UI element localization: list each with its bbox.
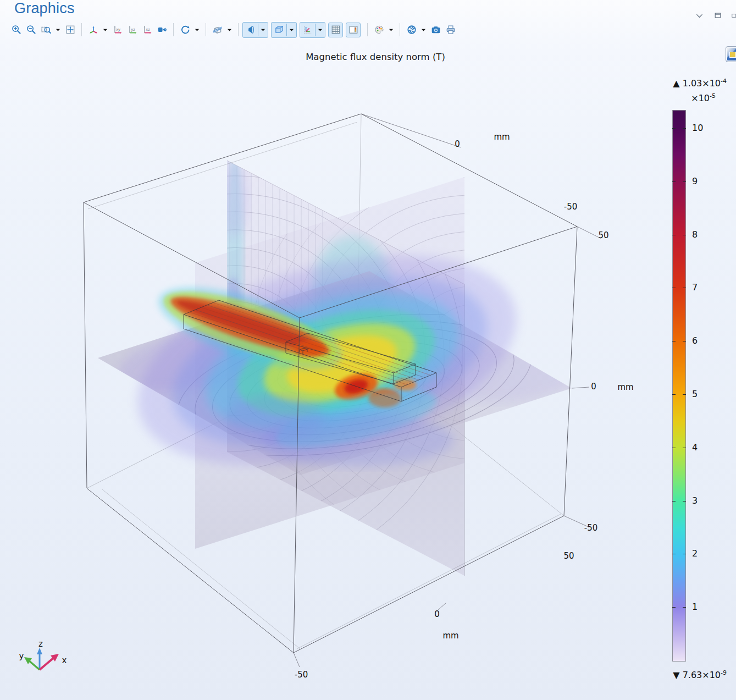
aperture-icon bbox=[407, 25, 417, 35]
legend-scale-factor: ×10-5 bbox=[654, 92, 716, 103]
clip-plane-dropdown[interactable] bbox=[225, 23, 234, 37]
window-icon bbox=[731, 12, 736, 20]
snapshot-dropdown[interactable] bbox=[419, 23, 428, 37]
axis-tick-label: mm bbox=[494, 132, 510, 142]
camera-icon bbox=[431, 25, 441, 35]
colorbar-tick-label: 9 bbox=[692, 176, 698, 186]
go-to-xz-view-button[interactable]: xz bbox=[140, 23, 154, 37]
colorbar-tick-label: 3 bbox=[692, 495, 698, 506]
grid-icon bbox=[331, 25, 341, 35]
chevron-down-icon bbox=[695, 12, 704, 20]
dropdown-caret-icon bbox=[261, 27, 265, 32]
zoom-box-button[interactable] bbox=[38, 23, 53, 37]
plot-title: Magnetic flux density norm (T) bbox=[306, 52, 445, 62]
axis-tick-label: mm bbox=[617, 382, 633, 392]
rotate-button[interactable] bbox=[178, 23, 192, 37]
zoom-out-icon bbox=[26, 25, 36, 35]
graphics-canvas[interactable]: z y x bbox=[0, 0, 736, 700]
colorbar-tick-label: 7 bbox=[692, 282, 698, 293]
print-button[interactable] bbox=[443, 23, 458, 37]
view-projection-button[interactable] bbox=[154, 23, 169, 37]
svg-text:yz: yz bbox=[131, 27, 135, 32]
scene-light-button[interactable] bbox=[243, 23, 258, 37]
axis-tick-label: -50 bbox=[564, 202, 578, 212]
axis-tick-label: 50 bbox=[598, 230, 608, 240]
zoom-extents-icon bbox=[65, 25, 75, 35]
axis-tick-label: -50 bbox=[295, 670, 308, 680]
scene-light-split-button bbox=[242, 22, 268, 38]
rotate-icon bbox=[180, 25, 190, 35]
color-palette-dropdown[interactable] bbox=[386, 23, 396, 37]
dropdown-caret-icon bbox=[56, 27, 60, 32]
transparency-cube-icon bbox=[274, 25, 284, 35]
default-view-dropdown[interactable] bbox=[101, 23, 110, 37]
zoom-extents-button[interactable] bbox=[63, 23, 78, 37]
colorbar-tick-label: 6 bbox=[692, 335, 698, 346]
dropdown-caret-icon bbox=[318, 27, 323, 32]
axis-tick-label: 0 bbox=[591, 382, 596, 392]
zoom-in-button[interactable] bbox=[9, 23, 24, 37]
color-palette-button[interactable] bbox=[372, 23, 386, 37]
default-3d-view-icon bbox=[88, 25, 98, 35]
axis-tick-label: 0 bbox=[455, 139, 460, 149]
legend-min-value: ▼ 7.63×10-9 bbox=[654, 669, 727, 680]
axis-orientation-icon bbox=[303, 25, 313, 35]
float-button[interactable] bbox=[731, 9, 736, 21]
zoom-out-button[interactable] bbox=[24, 23, 38, 37]
zoom-box-icon bbox=[41, 25, 51, 35]
scene-light-dropdown[interactable] bbox=[258, 23, 268, 37]
axis-tick-label: -50 bbox=[584, 523, 598, 533]
show-legends-button[interactable] bbox=[346, 23, 361, 37]
go-to-yz-view-button[interactable]: yz bbox=[125, 23, 140, 37]
axis-orientation-dropdown[interactable] bbox=[316, 23, 325, 37]
dropdown-caret-icon bbox=[103, 27, 108, 32]
colorbar-tick-label: 2 bbox=[692, 548, 698, 559]
dropdown-caret-icon bbox=[289, 27, 294, 32]
show-axis-orientation-button[interactable] bbox=[300, 23, 315, 37]
svg-text:xz: xz bbox=[146, 27, 150, 32]
colorbar-tick-label: 10 bbox=[692, 123, 703, 133]
xz-view-icon: xz bbox=[142, 25, 152, 35]
dropdown-caret-icon bbox=[389, 27, 394, 32]
triad-x-label: x bbox=[62, 655, 67, 665]
scene-light-icon bbox=[246, 25, 256, 35]
triad-z-label: z bbox=[38, 639, 43, 649]
axis-tick-label: 0 bbox=[434, 609, 440, 619]
colorbar-tick-label: 1 bbox=[692, 602, 698, 612]
image-capture-button[interactable] bbox=[428, 23, 443, 37]
show-grid-button[interactable] bbox=[328, 23, 343, 37]
projector-icon bbox=[157, 25, 167, 35]
collapse-button[interactable] bbox=[693, 9, 705, 21]
toolbar-separator bbox=[173, 23, 174, 36]
axis-tick-label: mm bbox=[442, 631, 458, 641]
clip-plane-icon bbox=[213, 25, 223, 35]
clip-plane-button[interactable] bbox=[210, 23, 225, 37]
transparency-dropdown[interactable] bbox=[287, 23, 296, 37]
toolbar-separator bbox=[238, 23, 239, 36]
go-to-xy-view-button[interactable]: xy bbox=[110, 23, 125, 37]
panel-preview-icon[interactable] bbox=[726, 46, 736, 62]
maximize-icon bbox=[714, 12, 722, 19]
dropdown-caret-icon bbox=[195, 27, 200, 32]
axis-orientation-split-button bbox=[300, 22, 325, 38]
transparency-split-button bbox=[271, 22, 297, 38]
colorbar-tick-label: 4 bbox=[692, 442, 698, 453]
maximize-button[interactable] bbox=[712, 9, 724, 21]
snapshot-button[interactable] bbox=[404, 23, 419, 37]
toolbar-separator bbox=[206, 23, 206, 36]
printer-icon bbox=[446, 25, 456, 35]
go-to-default-view-button[interactable] bbox=[86, 23, 101, 37]
coordinate-triad: z y x bbox=[19, 639, 67, 670]
axis-tick-label: 50 bbox=[563, 551, 574, 561]
colorbar-tick-label: 8 bbox=[692, 229, 698, 240]
toolbar-separator bbox=[81, 23, 82, 36]
color-legend-icon bbox=[348, 25, 358, 35]
transparency-button[interactable] bbox=[272, 23, 286, 37]
colorbar-tick-label: 5 bbox=[692, 389, 698, 399]
rotate-dropdown[interactable] bbox=[192, 23, 202, 37]
zoom-in-icon bbox=[12, 25, 21, 35]
zoom-box-dropdown[interactable] bbox=[53, 23, 63, 37]
dropdown-caret-icon bbox=[227, 27, 232, 32]
xy-view-icon: xy bbox=[113, 25, 123, 35]
toolbar-separator bbox=[367, 23, 368, 36]
